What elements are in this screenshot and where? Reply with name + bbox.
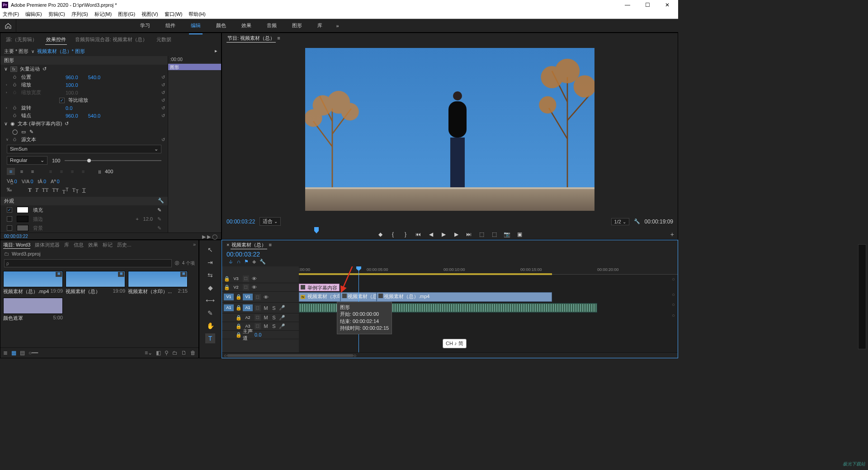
marker-icon[interactable]: ⚑ <box>244 259 249 265</box>
align-left-icon[interactable]: ≡ <box>7 168 15 175</box>
prop-source-text[interactable]: ∨Ö 源文本 ↺ <box>0 136 168 143</box>
leading-value[interactable]: 400 <box>105 169 113 174</box>
lock-icon[interactable]: 🔒 <box>224 276 229 282</box>
lift-button[interactable]: ⬚ <box>478 231 485 237</box>
minimize-button[interactable]: — <box>622 1 633 9</box>
program-timecode[interactable]: 00:00:03:22 <box>226 218 255 225</box>
prop-anchor[interactable]: Ö 锚点 960.0 540.0 ↺ <box>0 112 168 119</box>
ripple-tool[interactable]: ⇆ <box>205 270 215 280</box>
ime-indicator[interactable]: CH ♪ 简 <box>443 339 467 348</box>
button-editor-icon[interactable]: + <box>670 231 674 238</box>
master-level[interactable]: 0.0 <box>255 332 261 337</box>
align-center-icon[interactable]: ≡ <box>18 168 26 175</box>
media-browser-tab[interactable]: 媒体浏览器 <box>35 242 60 249</box>
go-to-out-button[interactable]: ⏭ <box>465 231 472 237</box>
menu-edit[interactable]: 编辑(E) <box>25 11 42 18</box>
font-select[interactable]: SimSun⌄ <box>7 145 161 153</box>
prop-position[interactable]: Ö 位置 960.0 540.0 ↺ <box>0 73 168 81</box>
workspace-tab[interactable]: 图形 <box>290 19 304 32</box>
align-justify-icon[interactable]: ≡ <box>79 168 87 175</box>
new-bin-icon[interactable]: 🗀 <box>172 350 178 356</box>
mask-shapes[interactable]: ◯ ▭ ✎ <box>0 128 168 136</box>
menu-window[interactable]: 窗口(W) <box>165 11 183 18</box>
timeline-tracks-area[interactable]: :00:00 00:00:05:00 00:00:10:00 00:00:15:… <box>299 266 678 352</box>
close-button[interactable]: ✕ <box>662 1 673 9</box>
list-view-icon[interactable]: ≣ <box>3 350 8 356</box>
track-target-a1[interactable]: A1 <box>243 304 253 311</box>
search-icon[interactable]: ⦿ <box>175 261 179 266</box>
allcaps-button[interactable]: TT <box>42 187 49 195</box>
ec-zoom-icon[interactable]: ▶ ▶ ◯ <box>202 234 217 240</box>
menu-file[interactable]: 文件(F) <box>3 11 19 18</box>
uniform-checkbox[interactable] <box>59 98 65 103</box>
solo-button[interactable]: S <box>271 305 277 311</box>
zoom-slider[interactable]: ○━━ <box>28 350 38 356</box>
freeform-view-icon[interactable]: ▤ <box>20 350 25 356</box>
track-target-v2[interactable]: V2 <box>231 284 241 291</box>
razor-tool[interactable]: ◆ <box>205 283 215 293</box>
clip-video[interactable]: 视频素材（总）.mp4 <box>377 292 552 302</box>
align-justify-icon[interactable]: ≡ <box>47 168 55 175</box>
eyedropper-icon[interactable]: ✎ <box>157 207 161 213</box>
timeline-zoom-bar[interactable]: ○○ <box>222 352 678 358</box>
maximize-button[interactable]: ☐ <box>642 1 653 9</box>
stroke-checkbox[interactable] <box>7 216 12 222</box>
menu-graphics[interactable]: 图形(G) <box>118 11 135 18</box>
clip-video[interactable]: fx 视频素材（水印 <box>299 292 340 302</box>
project-tab[interactable]: 项目: Word3 <box>3 242 30 249</box>
ec-mini-timeline[interactable]: :00:00 图形 <box>168 56 221 233</box>
audio-mixer-tab[interactable]: 音频剪辑混合器: 视频素材（总） <box>74 35 148 45</box>
workspace-tab[interactable]: 库 <box>316 19 324 32</box>
italic-button[interactable]: T <box>35 187 38 195</box>
align-justify-icon[interactable]: ≡ <box>68 168 76 175</box>
type-tool[interactable]: T <box>205 333 215 343</box>
track-target-v3[interactable]: V3 <box>231 275 241 282</box>
font-size[interactable]: 100 <box>52 158 60 163</box>
eyedropper-icon[interactable]: ✎ <box>157 225 161 231</box>
effect-controls-tab[interactable]: 效果控件 <box>45 35 67 45</box>
rect-mask-icon[interactable]: ▭ <box>21 129 26 135</box>
menu-help[interactable]: 帮助(H) <box>189 11 205 18</box>
menu-view[interactable]: 视图(V) <box>142 11 158 18</box>
step-fwd-button[interactable]: ▶ <box>453 231 460 237</box>
workspace-tab[interactable]: 颜色 <box>214 19 228 32</box>
pen-mask-icon[interactable]: ✎ <box>29 129 33 135</box>
selection-tool[interactable]: ↖ <box>205 245 215 255</box>
new-item-icon[interactable]: 🗋 <box>181 350 187 356</box>
workspace-tab[interactable]: 学习 <box>138 19 152 32</box>
align-justify-icon[interactable]: ≡ <box>57 168 66 175</box>
menu-clip[interactable]: 剪辑(C) <box>48 11 65 18</box>
track-target-v1[interactable]: V1 <box>243 294 253 300</box>
markers-tab[interactable]: 标记 <box>103 242 113 249</box>
stroke-swatch[interactable] <box>17 216 28 222</box>
workspace-tab[interactable]: 组件 <box>164 19 177 32</box>
extract-button[interactable]: ⬚ <box>491 231 498 237</box>
add-marker-button[interactable]: ◆ <box>377 231 384 237</box>
timeline-timecode[interactable]: 00:00:03:22 <box>226 251 260 258</box>
source-tab[interactable]: 源:（无剪辑） <box>5 35 38 45</box>
mute-button[interactable]: M <box>263 305 269 311</box>
work-area-bar[interactable] <box>299 273 552 275</box>
wrench-icon[interactable]: 🔧 <box>158 198 164 204</box>
fill-swatch[interactable] <box>17 207 28 213</box>
project-item[interactable]: ▦ 视频素材（总）19:09 <box>66 271 125 295</box>
pen-tool[interactable]: ✎ <box>205 308 215 318</box>
bg-swatch[interactable] <box>17 225 28 231</box>
find-icon[interactable]: ⚲ <box>165 350 169 356</box>
home-button[interactable] <box>0 19 16 33</box>
ec-breadcrumb-seq[interactable]: 视频素材（总）* 图形 <box>37 48 85 54</box>
prop-uniform[interactable]: 等比缩放 ↺ <box>0 96 168 104</box>
cc-icon[interactable]: ◆ <box>252 259 256 265</box>
wrench-icon[interactable]: 🔧 <box>259 259 266 265</box>
panel-overflow-icon[interactable]: » <box>193 242 196 249</box>
track-keyframe-icon[interactable]: ○ <box>672 276 675 282</box>
hand-tool[interactable]: ✋ <box>205 321 215 331</box>
prop-scale[interactable]: ›Ö 缩放 100.0 ↺ <box>0 81 168 89</box>
step-back-button[interactable]: ◀ <box>427 231 434 237</box>
fit-select[interactable]: 适合 ⌄ <box>259 217 281 226</box>
subscript-button[interactable]: TT <box>72 187 79 195</box>
track-keyframe-icon[interactable]: ○ <box>672 302 675 307</box>
project-item[interactable]: ▦ 视频素材（总）.mp419:09 <box>3 271 63 295</box>
source-patch-v1[interactable]: V1 <box>224 294 234 300</box>
workspace-tab[interactable]: 效果 <box>240 19 253 32</box>
